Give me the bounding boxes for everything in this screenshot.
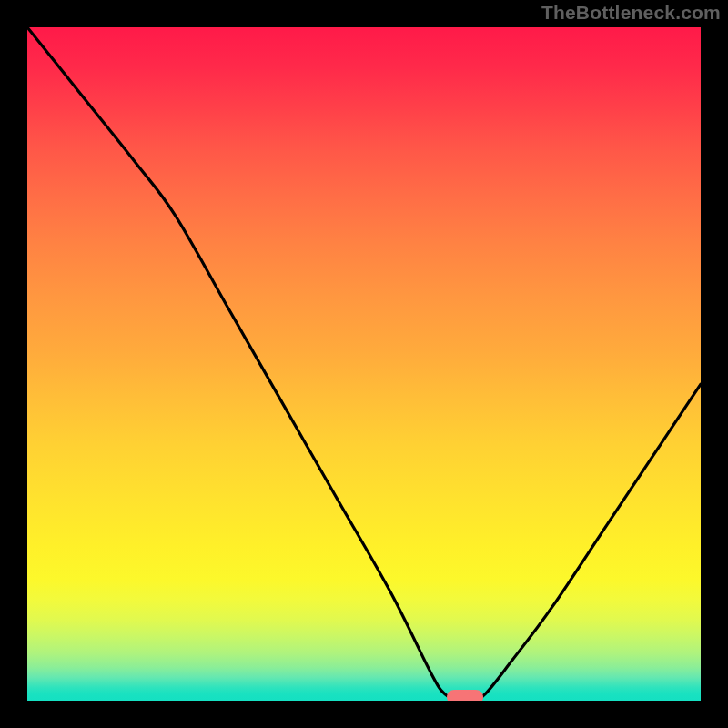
curve-svg xyxy=(27,27,701,701)
chart-frame: TheBottleneck.com xyxy=(0,0,728,728)
attribution-label: TheBottleneck.com xyxy=(541,2,721,24)
optimum-marker xyxy=(447,690,483,701)
plot-area xyxy=(27,27,701,701)
curve-path xyxy=(27,27,701,701)
